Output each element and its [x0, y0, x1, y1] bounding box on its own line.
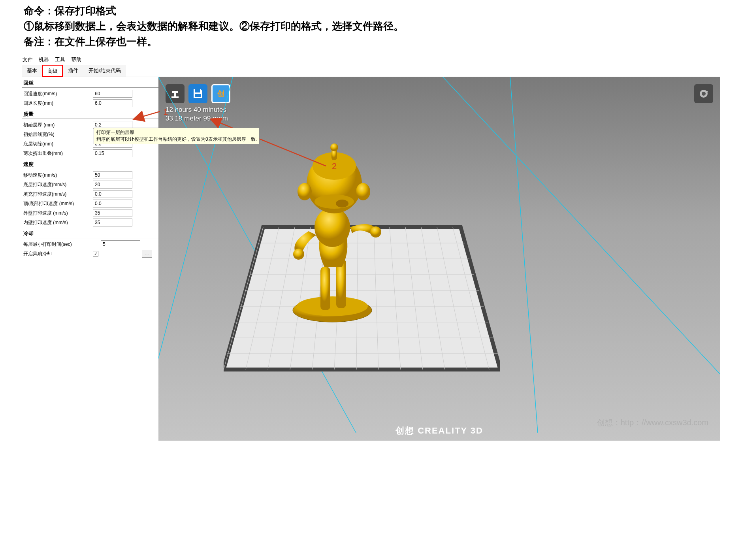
logo-text: 创 — [213, 85, 229, 102]
svg-point-36 — [293, 249, 304, 260]
save-button[interactable] — [188, 84, 207, 103]
section-quality: 质量 — [22, 108, 158, 119]
dual-overlap-label: 两次挤出重叠(mm) — [22, 150, 93, 157]
retraction-speed-label: 回退速度(mm/s) — [22, 91, 93, 97]
section-speed: 速度 — [22, 158, 158, 169]
svg-point-32 — [297, 296, 368, 316]
watermark: 创想：http：//www.cxsw3d.com — [597, 417, 708, 428]
camera-button[interactable] — [694, 84, 713, 103]
inner-speed-label: 内壁打印速度 (mm/s) — [22, 219, 93, 226]
svg-point-35 — [315, 207, 350, 247]
tab-basic[interactable]: 基本 — [22, 65, 42, 77]
fan-cooling-label: 开启风扇冷却 — [22, 251, 93, 257]
travel-speed-label: 移动速度(mm/s) — [22, 172, 93, 179]
infill-speed-label: 填充打印速度(mm/s) — [22, 191, 93, 198]
stamp-icon — [169, 88, 181, 100]
bottom-speed-input[interactable] — [93, 181, 132, 189]
svg-rect-4 — [706, 91, 708, 92]
svg-line-7 — [510, 77, 538, 433]
save-icon — [192, 88, 204, 100]
load-model-icon[interactable] — [166, 84, 185, 103]
header-line-3: 备注：在文件上保存也一样。 — [24, 34, 718, 49]
retraction-speed-input[interactable] — [93, 90, 132, 98]
topbottom-speed-label: 顶/底部打印速度 (mm/s) — [22, 200, 93, 207]
creality-logo-icon[interactable]: 创 — [211, 84, 230, 103]
tab-advanced[interactable]: 高级 — [42, 65, 63, 77]
svg-point-45 — [336, 200, 348, 207]
travel-speed-input[interactable] — [93, 171, 132, 179]
menubar: 文件 机器 工具 帮助 — [22, 55, 720, 65]
fan-cooling-checkbox[interactable]: ✓ — [93, 251, 98, 256]
header-line-1: 命令：保存打印格式 — [24, 3, 718, 19]
svg-point-39 — [298, 183, 312, 200]
tab-startend[interactable]: 开始/结束代码 — [83, 65, 126, 77]
inner-speed-input[interactable] — [93, 219, 132, 226]
camera-icon — [698, 88, 709, 99]
tab-plugins[interactable]: 插件 — [63, 65, 83, 77]
settings-sidebar: 回丝 回退速度(mm/s) 回退长度(mm) 质量 初始层厚 (mm) 初始层线… — [22, 77, 158, 441]
svg-point-44 — [315, 194, 354, 209]
infill-speed-input[interactable] — [93, 190, 132, 198]
annotation-2: 2 — [332, 161, 337, 172]
svg-rect-1 — [195, 94, 201, 97]
menu-help[interactable]: 帮助 — [71, 56, 81, 63]
bottom-cut-label: 底层切除(mm) — [22, 141, 93, 147]
menu-machine[interactable]: 机器 — [39, 56, 49, 63]
initial-layer-label: 初始层厚 (mm) — [22, 122, 93, 128]
tooltip-line-2: 稍厚的底层可以让模型和工作台粘结的更好，设置为0表示和其他层层厚一致. — [96, 136, 257, 143]
tooltip: 打印第一层的层厚 稍厚的底层可以让模型和工作台粘结的更好，设置为0表示和其他层层… — [94, 128, 260, 144]
section-retraction: 回丝 — [22, 77, 158, 88]
print-time: 12 hours 40 minutes — [166, 106, 228, 114]
retraction-length-label: 回退长度(mm) — [22, 100, 93, 107]
svg-point-3 — [702, 92, 706, 96]
outer-speed-label: 外壁打印速度 (mm/s) — [22, 210, 93, 217]
section-cooling: 冷却 — [22, 228, 158, 238]
dual-overlap-input[interactable] — [93, 149, 132, 157]
initial-linewidth-label: 初始层线宽(%) — [22, 131, 93, 138]
tooltip-line-1: 打印第一层的层厚 — [96, 129, 257, 136]
retraction-length-input[interactable] — [93, 99, 132, 107]
svg-point-37 — [370, 226, 381, 238]
svg-rect-0 — [195, 89, 200, 92]
header-line-2: ①鼠标移到数据上，会表达数据的解释和建议。②保存打印的格式，选择文件路径。 — [24, 19, 718, 34]
minlayer-time-input[interactable] — [101, 240, 140, 248]
print-material: 33.19 meter 99 gram — [166, 114, 228, 123]
minlayer-time-label: 每层最小打印时间(sec) — [22, 241, 101, 248]
fan-settings-button[interactable]: ... — [142, 250, 152, 258]
bottom-speed-label: 底层打印速度(mm/s) — [22, 181, 93, 188]
outer-speed-input[interactable] — [93, 209, 132, 217]
svg-rect-33 — [320, 267, 330, 310]
menu-tools[interactable]: 工具 — [55, 56, 65, 63]
annotation-1: 1 — [163, 107, 168, 117]
tabbar: 基本 高级 插件 开始/结束代码 — [22, 65, 720, 77]
menu-file[interactable]: 文件 — [23, 56, 33, 63]
svg-point-43 — [330, 143, 338, 151]
topbottom-speed-input[interactable] — [93, 200, 132, 207]
svg-point-40 — [356, 183, 370, 200]
brand-text: 创想 CREALITY 3D — [395, 425, 483, 437]
